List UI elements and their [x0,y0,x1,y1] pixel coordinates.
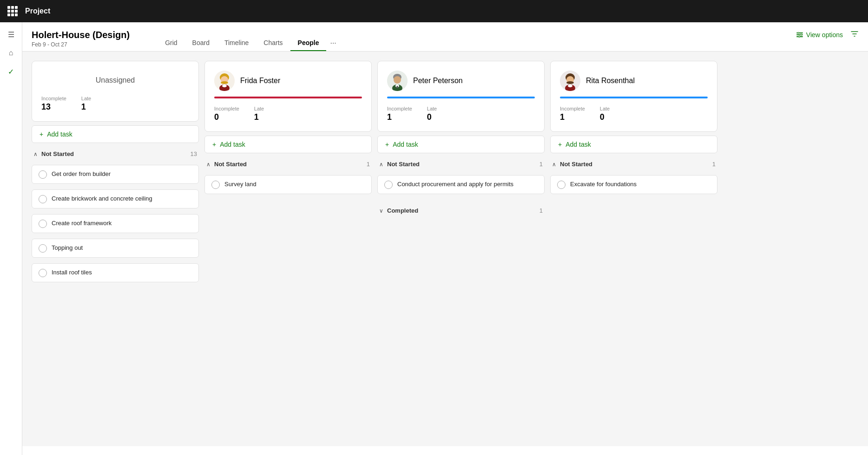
rita-late: 0 [600,112,610,122]
section-count-frida: 1 [367,161,370,168]
section-label-not-started: Not Started [214,161,363,168]
chevron-up-icon[interactable]: ∧ [552,161,556,168]
filter-icon[interactable] [850,30,859,40]
late-label: Late [427,106,437,111]
tab-charts[interactable]: Charts [256,35,290,51]
main-content: Holert-House (Design) Feb 9 - Oct 27 Gri… [22,22,868,455]
sidebar-check-icon[interactable]: ✓ [3,63,20,80]
section-count-peter-completed: 1 [539,207,543,214]
peter-bar [387,97,535,98]
incomplete-label: Incomplete [214,106,239,111]
rita-header: Rita Rosenthal [560,71,708,91]
tab-people[interactable]: People [290,35,327,51]
rita-bar [560,97,708,98]
late-label: Late [254,106,264,111]
peter-header: Peter Peterson [387,71,535,91]
task-checkbox[interactable] [384,181,393,189]
unassigned-stats: Incomplete 13 Late 1 [41,96,189,112]
late-label: Late [81,96,91,101]
section-label-not-started: Not Started [387,161,536,168]
section-count-not-started: 13 [191,150,197,157]
task-text: Excavate for foundations [570,180,637,188]
section-header-not-started-rita: ∧ Not Started 1 [550,157,717,171]
plus-icon: + [212,141,216,148]
tab-timeline[interactable]: Timeline [217,35,256,51]
column-rita: Rita Rosenthal Incomplete 1 Late 0 [550,61,717,437]
tab-grid[interactable]: Grid [158,35,184,51]
view-options-label: View options [806,31,843,39]
task-item[interactable]: Create brickwork and concrete ceiling [32,189,199,208]
svg-point-23 [566,81,574,84]
task-text: Create roof framework [52,219,112,228]
task-checkbox[interactable] [39,269,47,277]
section-label-not-started: Not Started [560,161,709,168]
task-item[interactable]: Survey land [204,175,372,194]
tab-board[interactable]: Board [185,35,217,51]
task-checkbox[interactable] [557,181,566,189]
avatar-peter [387,71,408,91]
view-options-icon [796,31,803,39]
task-item[interactable]: Topping out [32,239,199,258]
project-header: Holert-House (Design) Feb 9 - Oct 27 Gri… [22,22,868,52]
section-label-not-started: Not Started [41,150,187,157]
peter-incomplete: 1 [387,112,412,122]
task-checkbox[interactable] [39,220,47,228]
chevron-up-icon[interactable]: ∧ [379,161,383,168]
add-task-button-rita[interactable]: + Add task [550,136,717,153]
column-unassigned: Unassigned Incomplete 13 Late 1 [32,61,199,437]
svg-point-4 [800,34,802,36]
frida-bar [214,97,362,98]
task-item[interactable]: Get order from builder [32,165,199,184]
sidebar-home-icon[interactable]: ⌂ [3,45,20,61]
section-count-rita: 1 [712,161,716,168]
task-checkbox[interactable] [39,170,47,179]
view-options-button[interactable]: View options [796,31,843,39]
task-text: Create brickwork and concrete ceiling [52,195,152,203]
sidebar-menu-icon[interactable]: ☰ [3,26,20,43]
chevron-down-icon[interactable]: ∨ [379,208,383,214]
people-area: Unassigned Incomplete 13 Late 1 [22,52,868,446]
section-header-completed-peter: ∨ Completed 1 [377,203,545,218]
svg-point-5 [798,36,800,38]
peter-late: 0 [427,112,437,122]
column-peter: Peter Peterson Incomplete 1 Late 0 [377,61,545,437]
chevron-up-icon[interactable]: ∧ [33,151,38,157]
task-item[interactable]: Create roof framework [32,214,199,233]
person-card-unassigned: Unassigned Incomplete 13 Late 1 [32,61,199,122]
tabs: Grid Board Timeline Charts People ··· [158,35,340,51]
project-dates: Feb 9 - Oct 27 [32,41,130,48]
topbar: Project [0,0,868,22]
plus-icon: + [39,130,43,138]
svg-rect-17 [397,86,398,88]
peter-stats: Incomplete 1 Late 0 [387,106,535,122]
svg-point-3 [797,32,799,34]
task-text: Get order from builder [52,170,111,178]
person-card-peter: Peter Peterson Incomplete 1 Late 0 [377,61,545,132]
task-checkbox[interactable] [39,195,47,203]
rita-incomplete: 1 [560,112,585,122]
task-text: Conduct procurement and apply for permit… [397,180,513,188]
add-task-button-peter[interactable]: + Add task [377,136,545,153]
header-right: View options [796,30,859,45]
svg-point-10 [222,84,227,87]
tab-more[interactable]: ··· [326,35,340,51]
task-checkbox[interactable] [211,181,220,189]
add-task-button-unassigned[interactable]: + Add task [32,125,199,143]
add-task-button-frida[interactable]: + Add task [204,136,372,153]
svg-point-11 [221,81,228,84]
section-label-completed: Completed [387,207,536,214]
chevron-up-icon[interactable]: ∧ [206,161,210,168]
task-item[interactable]: Install roof tiles [32,263,199,282]
rita-stats: Incomplete 1 Late 0 [560,106,708,122]
plus-icon: + [385,141,389,148]
unassigned-late: 1 [81,102,91,112]
task-checkbox[interactable] [39,244,47,253]
section-header-not-started-unassigned: ∧ Not Started 13 [32,147,199,161]
task-item[interactable]: Excavate for foundations [550,175,717,194]
person-card-rita: Rita Rosenthal Incomplete 1 Late 0 [550,61,717,132]
incomplete-label: Incomplete [387,106,412,111]
section-count-peter-ns: 1 [539,161,543,168]
task-item[interactable]: Conduct procurement and apply for permit… [377,175,545,194]
unassigned-incomplete: 13 [41,102,66,112]
app-grid-icon[interactable] [7,6,18,16]
